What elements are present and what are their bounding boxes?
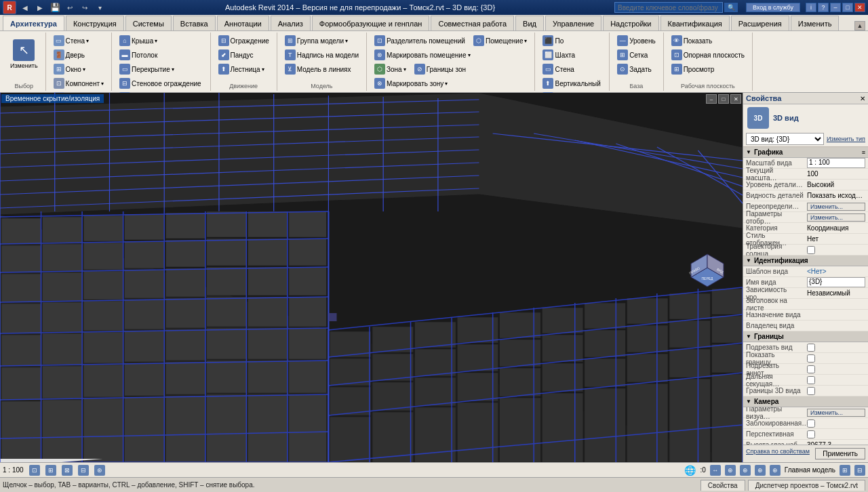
navigation-cube[interactable]: ПЕРЕД ПРАВО ВИД (686, 249, 729, 292)
lestnitsa-btn[interactable]: ⬆ Лестница ▾ (215, 62, 268, 76)
pomescheniye-btn[interactable]: ⬡ Помещение ▾ (470, 34, 531, 47)
props-section-granitsi[interactable]: ▼ Границы (743, 331, 868, 342)
sb-right-icon-2[interactable]: ⊕ (725, 465, 736, 476)
props-section-grafika[interactable]: ▼ Графика ≡ (743, 147, 868, 158)
bb-tab-dispatcher[interactable]: Диспетчер проектов – Томск2.rvt (748, 480, 865, 491)
sb-right-icon-5[interactable]: ⊕ (770, 465, 781, 476)
props-edit-type-btn[interactable]: Изменить тип (827, 136, 865, 142)
tab-quantification[interactable]: Квантификация (660, 16, 730, 30)
props-apply-btn[interactable]: Применить (815, 448, 865, 459)
revit-logo-btn[interactable]: R (3, 1, 16, 14)
tab-insert[interactable]: Вставка (173, 16, 216, 30)
props-help-link[interactable]: Справка по свойствам (746, 448, 810, 459)
model-linii-btn[interactable]: ⊻ Модель в линиях (281, 62, 355, 76)
granitsiZon-btn[interactable]: ⊘ Границы зон (411, 62, 469, 76)
granitsi-3d-checkbox[interactable] (807, 387, 815, 395)
tab-modify[interactable]: Изменить (791, 16, 840, 30)
qa-forward-btn[interactable]: ▶ (34, 2, 46, 13)
viewport[interactable]: Временное скрытие/изоляция – □ ✕ (0, 93, 743, 462)
pokazat-gran-checkbox[interactable] (807, 354, 815, 363)
tab-view[interactable]: Вид (515, 16, 544, 30)
bb-tab-properties[interactable]: Свойства (701, 480, 745, 491)
prosmotr-btn[interactable]: ⊞ Просмотр (668, 62, 718, 76)
imya-vida-field[interactable]: {3D} (807, 277, 865, 287)
qa-redo-btn[interactable]: ↪ (79, 2, 91, 13)
sb-icon-5[interactable]: ⊛ (94, 465, 105, 476)
close-btn[interactable]: ✕ (854, 3, 865, 12)
tab-analysis[interactable]: Анализ (271, 16, 311, 30)
perspekt-checkbox[interactable] (807, 430, 815, 438)
komponet-btn[interactable]: ⊡ Компонент ▾ (50, 77, 107, 90)
pograni-btn[interactable]: ⬛ По (539, 34, 567, 47)
login-btn[interactable]: Вход в службу (746, 3, 800, 12)
sb-icon-2[interactable]: ⊞ (45, 465, 56, 476)
param-vizu-btn[interactable]: Изменить... (807, 409, 865, 417)
nadpis-btn[interactable]: T Надпись на модели (281, 48, 362, 62)
sb-right-icon-6[interactable]: ⊞ (840, 465, 850, 476)
qa-undo-btn[interactable]: ↩ (64, 2, 76, 13)
props-section-ident[interactable]: ▼ Идентификация (743, 255, 868, 266)
tab-collab[interactable]: Совместная работа (431, 16, 514, 30)
podrezat-annot-checkbox[interactable] (807, 365, 815, 373)
setka-btn[interactable]: ⊞ Сетка (614, 48, 651, 62)
dver-btn[interactable]: 🚪 Дверь (50, 48, 88, 62)
markirZonu-btn[interactable]: ⊗ Маркировать зону ▾ (371, 77, 451, 90)
gruppa-btn[interactable]: ⊞ Группа модели ▾ (281, 34, 351, 47)
perekriytie-btn[interactable]: ▭ Перекрытие ▾ (116, 62, 178, 76)
krysha-btn[interactable]: ⌂ Крыша ▾ (116, 34, 161, 47)
ograjdenie-btn[interactable]: ⊟ Ограждение (215, 34, 273, 47)
modify-btn[interactable]: ↖ Изменить (7, 34, 41, 75)
tab-extensions[interactable]: Расширения (731, 16, 789, 30)
search-btn[interactable]: 🔍 (724, 3, 738, 12)
props-view-dropdown[interactable]: 3D вид: {3D} (746, 133, 824, 145)
stena2-btn[interactable]: ▭ Стена (539, 62, 577, 76)
viewport-close-btn[interactable]: ✕ (730, 94, 741, 104)
pereopr-btn[interactable]: Изменить... (807, 203, 865, 211)
sb-icon-3[interactable]: ⊠ (62, 465, 73, 476)
qa-more-btn[interactable]: ▾ (94, 2, 106, 13)
zablok-checkbox[interactable] (807, 419, 815, 428)
sb-right-icon-4[interactable]: ⊕ (755, 465, 766, 476)
ribbon-collapse-btn[interactable]: ▲ (854, 21, 865, 30)
tab-manage[interactable]: Управление (545, 16, 601, 30)
sb-right-icon-3[interactable]: ⊕ (740, 465, 751, 476)
razdelPom-btn[interactable]: ⊡ Разделитель помещений (371, 34, 469, 47)
props-section-kamera[interactable]: ▼ Камера (743, 396, 868, 407)
sb-icon-1[interactable]: ⊡ (29, 465, 40, 476)
zona-btn[interactable]: ⬡ Зона ▾ (371, 62, 410, 76)
traektoriya-checkbox[interactable] (807, 246, 815, 254)
dalnyaya-checkbox[interactable] (807, 376, 815, 384)
uroven-btn[interactable]: — Уровень (614, 34, 659, 47)
help-btn[interactable]: ? (818, 3, 829, 12)
search-input[interactable] (614, 2, 723, 13)
pandus-btn[interactable]: ⬋ Пандус (215, 48, 257, 62)
sten-ogr-btn[interactable]: ⊟ Стеновое ограждение (116, 77, 205, 90)
tab-construction[interactable]: Конструкция (66, 16, 124, 30)
param-otobr-btn[interactable]: Изменить... (807, 213, 865, 222)
tab-systems[interactable]: Системы (125, 16, 172, 30)
podrezat-checkbox[interactable] (807, 344, 815, 352)
zadat-btn[interactable]: ⊙ Задать (614, 62, 655, 76)
vertikal-btn[interactable]: ⬆ Вертикальный (539, 77, 604, 90)
sb-icon-4[interactable]: ⊟ (78, 465, 89, 476)
pokazat-btn[interactable]: 👁 Показать (668, 34, 716, 47)
viewport-maximize-btn[interactable]: □ (718, 94, 729, 104)
tab-form[interactable]: Формообразующие и генплан (312, 16, 430, 30)
qa-save-btn[interactable]: 💾 (49, 2, 61, 13)
okno-btn[interactable]: ⊞ Окно ▾ (50, 62, 89, 76)
masshtab-value[interactable]: 1 : 100 (807, 158, 865, 168)
props-close-btn[interactable]: ✕ (860, 95, 865, 102)
tab-addons[interactable]: Надстройки (603, 16, 658, 30)
potolok-btn[interactable]: ▬ Потолок (116, 48, 161, 62)
tab-architecture[interactable]: Архитектура (3, 16, 64, 30)
opornaya-btn[interactable]: ⊡ Опорная плоскость (668, 48, 748, 62)
tab-annotations[interactable]: Аннотации (217, 16, 269, 30)
viewport-minimize-btn[interactable]: – (706, 94, 717, 104)
minimize-btn[interactable]: – (830, 3, 841, 12)
stena-btn[interactable]: ▭ Стена ▾ (50, 34, 92, 47)
info-btn[interactable]: i (806, 3, 816, 12)
maximize-btn[interactable]: □ (842, 3, 853, 12)
sb-right-icon-1[interactable]: ↔ (710, 465, 721, 476)
qa-back-btn[interactable]: ◀ (19, 2, 31, 13)
shakhta-btn[interactable]: ⬜ Шахта (539, 48, 578, 62)
